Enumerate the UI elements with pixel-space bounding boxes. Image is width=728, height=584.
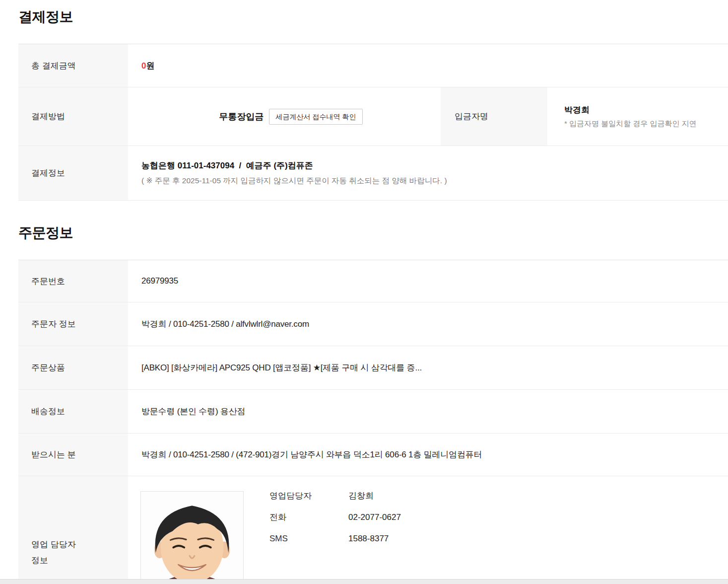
total-amount-row: 총 결제금액 0원 — [18, 44, 728, 87]
recipient-row: 받으시는 분 박경희 / 010-4251-2580 / (472-901)경기… — [18, 434, 728, 476]
total-amount-unit: 원 — [146, 61, 154, 71]
payment-method-row: 결제방법 무통장입금 세금계산서 접수내역 확인 입금자명 박경희 * 입금자명… — [18, 87, 728, 146]
depositor-label: 입금자명 — [441, 87, 547, 146]
payment-info-table: 총 결제금액 0원 결제방법 무통장입금 세금계산서 접수내역 확인 입금자명 … — [18, 44, 728, 201]
manager-phone-key: 전화 — [269, 511, 348, 524]
total-amount-value: 0원 — [141, 60, 728, 72]
bottom-divider-band — [0, 579, 728, 584]
sales-manager-label: 영업 담당자 정보 — [18, 476, 128, 584]
tax-invoice-check-button[interactable]: 세금계산서 접수내역 확인 — [269, 109, 363, 125]
order-info-table: 주문번호 26979935 주문자 정보 박경희 / 010-4251-2580… — [18, 260, 728, 584]
recipient-value: 박경희 / 010-4251-2580 / (472-901)경기 남양주시 와… — [128, 434, 728, 476]
depositor-value-cell: 박경희 * 입금자명 불일치할 경우 입금확인 지연 — [547, 87, 728, 146]
portrait-illustration — [141, 492, 243, 584]
delivery-info-value: 방문수령 (본인 수령) 용산점 — [128, 390, 728, 433]
sales-manager-fields: 영업담당자 김창희 전화 02-2077-0627 SMS 1588-8377 — [269, 490, 401, 545]
order-number-value: 26979935 — [128, 260, 728, 302]
depositor-name: 박경희 — [564, 104, 728, 116]
manager-sms-value: 1588-8377 — [348, 532, 401, 545]
payment-section-title: 결제정보 — [18, 7, 73, 26]
bank-info-value-cell: 농협은행 011-01-437094 / 예금주 (주)컴퓨존 ( ※ 주문 후… — [128, 146, 728, 200]
delivery-info-label: 배송정보 — [18, 390, 128, 433]
order-number-label: 주문번호 — [18, 260, 128, 302]
bank-info-row: 결제정보 농협은행 011-01-437094 / 예금주 (주)컴퓨존 ( ※… — [18, 146, 728, 201]
order-number-row: 주문번호 26979935 — [18, 260, 728, 302]
total-amount-value-cell: 0원 — [128, 44, 728, 87]
payment-method-value: 무통장입금 — [219, 111, 264, 123]
delivery-info-row: 배송정보 방문수령 (본인 수령) 용산점 — [18, 390, 728, 434]
sales-manager-label-line1: 영업 담당자 — [31, 537, 76, 553]
recipient-label: 받으시는 분 — [18, 434, 128, 476]
bank-account-line: 농협은행 011-01-437094 / 예금주 (주)컴퓨존 — [141, 160, 728, 171]
manager-phone-value: 02-2077-0627 — [348, 511, 401, 524]
payment-method-label: 결제방법 — [18, 87, 128, 146]
order-product-label: 주문상품 — [18, 346, 128, 389]
auto-cancel-note: ( ※ 주문 후 2025-11-05 까지 입금하지 않으시면 주문이 자동 … — [141, 176, 728, 186]
depositor-mismatch-note: * 입금자명 불일치할 경우 입금확인 지연 — [564, 119, 728, 129]
payment-method-value-cell: 무통장입금 세금계산서 접수내역 확인 — [128, 87, 441, 146]
sales-manager-photo — [140, 491, 244, 584]
sales-manager-label-line2: 정보 — [31, 553, 76, 569]
orderer-info-value: 박경희 / 010-4251-2580 / alfvlwlrl@naver.co… — [128, 302, 728, 346]
total-amount-label: 총 결제금액 — [18, 44, 128, 87]
manager-name-value: 김창희 — [348, 490, 401, 503]
order-product-row: 주문상품 [ABKO] [화상카메라] APC925 QHD [앱코정품] ★[… — [18, 346, 728, 390]
sales-manager-row: 영업 담당자 정보 — [18, 476, 728, 584]
order-product-value: [ABKO] [화상카메라] APC925 QHD [앱코정품] ★[제품 구매… — [128, 346, 728, 389]
orderer-info-row: 주문자 정보 박경희 / 010-4251-2580 / alfvlwlrl@n… — [18, 302, 728, 346]
orderer-info-label: 주문자 정보 — [18, 302, 128, 346]
manager-sms-key: SMS — [269, 532, 348, 545]
bank-info-label: 결제정보 — [18, 146, 128, 200]
manager-name-key: 영업담당자 — [269, 490, 348, 503]
order-confirmation-page: 결제정보 총 결제금액 0원 결제방법 무통장입금 세금계산서 접수내역 확인 … — [0, 0, 728, 584]
order-section-title: 주문정보 — [18, 223, 73, 242]
